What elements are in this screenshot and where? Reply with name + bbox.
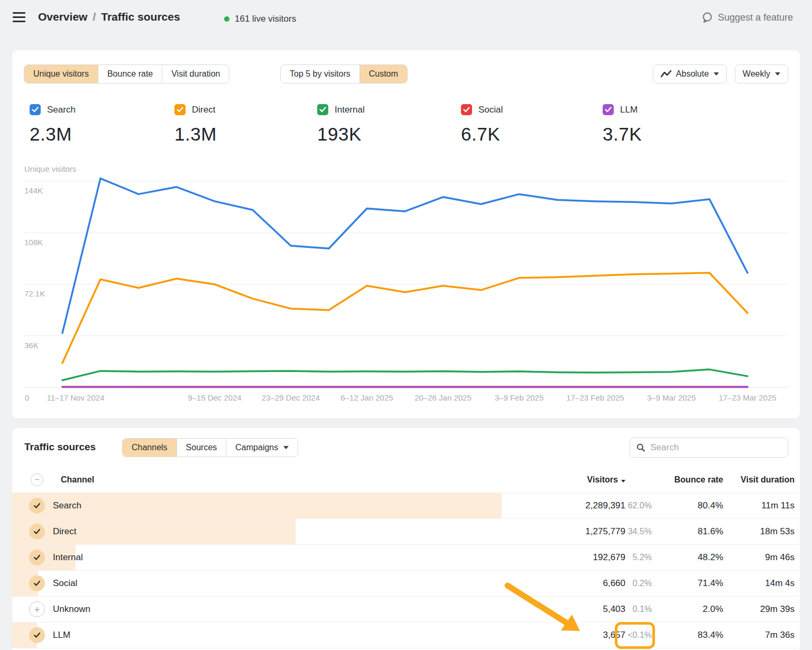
table-row[interactable]: Social 6,660 0.2% 71.4% 14m 4s bbox=[12, 571, 800, 597]
channel-name[interactable]: Social bbox=[53, 578, 509, 589]
search-icon bbox=[636, 443, 645, 452]
metric-tabs: Unique visitors Bounce rate Visit durati… bbox=[24, 64, 229, 83]
tab-unique-visitors[interactable]: Unique visitors bbox=[24, 65, 98, 83]
table-row[interactable]: Search 2,289,391 62.0% 80.4% 11m 11s bbox=[12, 493, 800, 519]
legend-value: 3.7K bbox=[603, 124, 642, 145]
series-line-direct bbox=[62, 273, 748, 363]
legend-label: Internal bbox=[335, 105, 365, 115]
traffic-sources-card: Traffic sources Channels Sources Campaig… bbox=[12, 428, 800, 650]
llm-checkbox[interactable] bbox=[603, 104, 614, 115]
mode-dropdown[interactable]: Absolute bbox=[653, 64, 727, 83]
visitors-value: 192,679 bbox=[509, 552, 625, 563]
visit-duration-value: 14m 4s bbox=[723, 578, 795, 589]
table-search bbox=[630, 438, 788, 458]
line-chart-icon bbox=[661, 70, 671, 78]
x-tick-label: 6–12 Jan 2025 bbox=[340, 393, 393, 402]
x-tick-label: 3–9 Feb 2025 bbox=[495, 393, 544, 402]
social-checkbox[interactable] bbox=[461, 104, 472, 115]
menu-icon[interactable] bbox=[13, 12, 25, 24]
tab-bounce-rate[interactable]: Bounce rate bbox=[98, 65, 162, 83]
legend-label: Social bbox=[478, 105, 503, 115]
tab-sources[interactable]: Sources bbox=[177, 439, 226, 457]
table-row[interactable]: Direct 1,275,779 34.5% 81.6% 18m 53s bbox=[12, 519, 800, 545]
breadcrumb-separator: / bbox=[87, 11, 101, 23]
tab-custom[interactable]: Custom bbox=[359, 65, 407, 83]
table-row[interactable]: LLM 3,657 <0.1% 83.4% 7m 36s bbox=[12, 623, 800, 648]
channel-name[interactable]: Search bbox=[53, 500, 509, 511]
traffic-chart-card: Unique visitors Bounce rate Visit durati… bbox=[12, 50, 800, 419]
table-titlebar: Traffic sources Channels Sources Campaig… bbox=[24, 438, 788, 458]
column-visit-duration[interactable]: Visit duration bbox=[723, 475, 795, 485]
legend-item-social[interactable]: Social 6.7K bbox=[461, 104, 503, 145]
tab-channels[interactable]: Channels bbox=[123, 439, 177, 457]
y-tick-label: 36K bbox=[24, 341, 39, 350]
traffic-line-chart[interactable] bbox=[12, 50, 800, 419]
channel-name[interactable]: LLM bbox=[53, 630, 509, 640]
legend-label: Search bbox=[47, 105, 76, 115]
legend-item-direct[interactable]: Direct 1.3M bbox=[174, 104, 217, 145]
row-toggle-icon[interactable] bbox=[29, 550, 45, 565]
visitors-value: 5,403 bbox=[509, 604, 625, 615]
x-tick-label: 3–9 Mar 2025 bbox=[647, 393, 696, 402]
legend-label: LLM bbox=[620, 105, 638, 115]
visit-duration-value: 11m 11s bbox=[723, 500, 795, 511]
table-row[interactable]: Internal 192,679 5.2% 48.2% 9m 46s bbox=[12, 545, 800, 571]
search-checkbox[interactable] bbox=[30, 104, 41, 115]
row-toggle-icon[interactable] bbox=[29, 524, 45, 540]
speech-bubble-icon bbox=[702, 12, 713, 23]
row-toggle-icon[interactable] bbox=[29, 498, 45, 514]
bounce-rate-value: 83.4% bbox=[652, 630, 723, 640]
collapse-all-icon[interactable]: − bbox=[31, 473, 43, 486]
visit-duration-value: 9m 46s bbox=[723, 552, 795, 563]
y-tick-label: 144K bbox=[24, 186, 43, 195]
bounce-rate-value: 2.0% bbox=[652, 604, 723, 615]
x-tick-label: 11–17 Nov 2024 bbox=[47, 393, 105, 402]
tab-campaigns-label: Campaigns bbox=[235, 443, 278, 452]
live-visitors: 161 live visitors bbox=[224, 14, 296, 24]
legend-value: 6.7K bbox=[461, 124, 503, 145]
tab-campaigns[interactable]: Campaigns bbox=[226, 439, 298, 457]
row-toggle-icon[interactable] bbox=[29, 575, 45, 591]
interval-dropdown[interactable]: Weekly bbox=[735, 64, 788, 83]
row-toggle-icon[interactable]: + bbox=[29, 601, 45, 617]
column-bounce-rate[interactable]: Bounce rate bbox=[652, 475, 723, 485]
tab-top5-by-visitors[interactable]: Top 5 by visitors bbox=[281, 65, 359, 83]
visitors-value: 6,660 bbox=[509, 578, 625, 589]
breadcrumb-section[interactable]: Overview bbox=[38, 11, 87, 23]
column-visitors[interactable]: Visitors bbox=[509, 475, 625, 485]
top-bar: Overview/Traffic sources 161 live visito… bbox=[0, 0, 812, 37]
gridlines bbox=[24, 181, 788, 387]
channel-name[interactable]: Unknown bbox=[53, 604, 509, 615]
tab-visit-duration[interactable]: Visit duration bbox=[162, 65, 229, 83]
internal-checkbox[interactable] bbox=[317, 104, 328, 115]
mode-dropdown-label: Absolute bbox=[676, 69, 709, 79]
legend-label: Direct bbox=[192, 105, 215, 115]
chevron-down-icon bbox=[775, 72, 780, 76]
bounce-rate-value: 48.2% bbox=[652, 552, 723, 563]
channel-name[interactable]: Internal bbox=[53, 552, 509, 563]
live-visitors-label: 161 live visitors bbox=[235, 14, 296, 24]
x-tick-label: 9–15 Dec 2024 bbox=[188, 393, 242, 402]
share-value: <0.1% bbox=[625, 630, 652, 640]
suggest-feature-button[interactable]: Suggest a feature bbox=[702, 12, 793, 23]
channel-name[interactable]: Direct bbox=[53, 526, 509, 537]
share-value: 62.0% bbox=[625, 501, 652, 510]
visitors-value: 1,275,779 bbox=[509, 526, 625, 537]
bounce-rate-value: 71.4% bbox=[652, 578, 723, 589]
legend-item-llm[interactable]: LLM 3.7K bbox=[603, 104, 642, 145]
legend-item-search[interactable]: Search 2.3M bbox=[30, 104, 76, 145]
breadcrumb-page[interactable]: Traffic sources bbox=[101, 11, 180, 23]
search-input[interactable] bbox=[650, 442, 781, 453]
interval-dropdown-label: Weekly bbox=[743, 69, 770, 79]
series-line-search bbox=[62, 179, 748, 333]
direct-checkbox[interactable] bbox=[174, 104, 186, 115]
live-dot-icon bbox=[224, 16, 229, 22]
bounce-rate-value: 80.4% bbox=[652, 500, 723, 511]
legend-value: 2.3M bbox=[30, 124, 76, 145]
x-axis-zero-label: 0 bbox=[25, 393, 29, 402]
row-toggle-icon[interactable] bbox=[29, 627, 45, 643]
legend-item-internal[interactable]: Internal 193K bbox=[317, 104, 365, 145]
breadcrumb: Overview/Traffic sources bbox=[38, 11, 180, 23]
sort-desc-icon bbox=[621, 480, 625, 482]
table-row[interactable]: + Unknown 5,403 0.1% 2.0% 29m 39s bbox=[12, 597, 800, 623]
